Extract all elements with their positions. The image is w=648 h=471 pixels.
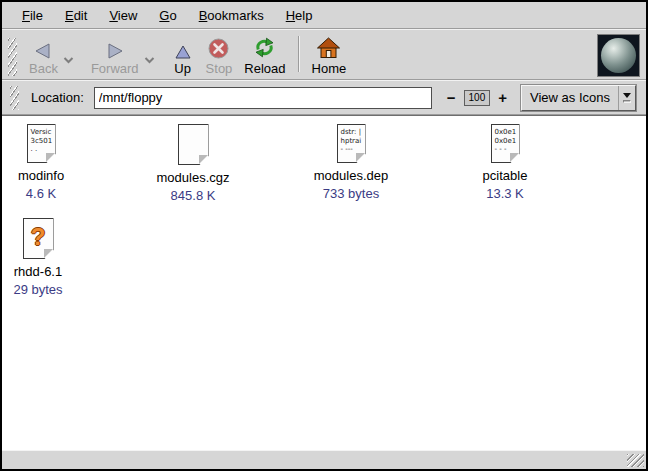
file-size: 845.8 K — [171, 188, 216, 203]
zoom-in-button[interactable]: + — [496, 90, 509, 105]
menu-bookmarks[interactable]: Bookmarks — [188, 6, 275, 25]
status-bar — [2, 450, 646, 469]
stop-label: Stop — [206, 61, 233, 76]
file-manager-window: File Edit View Go Bookmarks Help Back Fo… — [0, 0, 648, 471]
toolbar-separator — [298, 36, 300, 72]
up-arrow-icon — [174, 34, 192, 60]
file-name: modules.dep — [314, 168, 388, 183]
file-item-modinfo[interactable]: Versic 3c501 . . modinfo 4.6 K — [2, 124, 80, 201]
icon-preview-line: 3c501 — [31, 137, 53, 146]
file-name: modules.cgz — [157, 170, 230, 185]
location-label: Location: — [31, 90, 84, 105]
zoom-level-indicator: 100 — [464, 90, 491, 106]
stop-icon — [207, 34, 230, 60]
forward-label: Forward — [91, 61, 139, 76]
icon-preview-line: 0x0e1 — [495, 137, 517, 146]
toolbar-drag-handle[interactable] — [8, 38, 17, 76]
file-name: rhdd-6.1 — [14, 264, 62, 279]
reload-button[interactable]: Reload — [242, 34, 287, 76]
file-item-modules-dep[interactable]: dstr: | hptrai - --- modules.dep 733 byt… — [308, 124, 394, 201]
back-arrow-icon — [33, 34, 53, 60]
page-fold-icon — [44, 249, 53, 258]
zoom-out-button[interactable]: − — [445, 90, 458, 105]
menu-view[interactable]: View — [98, 6, 148, 25]
back-button[interactable]: Back — [27, 34, 60, 76]
stop-button[interactable]: Stop — [204, 34, 235, 76]
forward-button[interactable]: Forward — [89, 34, 141, 76]
toolbar: Back Forward Up — [2, 29, 646, 80]
menu-go[interactable]: Go — [148, 6, 187, 25]
file-item-rhdd[interactable]: ? rhdd-6.1 29 bytes — [2, 218, 74, 297]
file-name: modinfo — [18, 168, 64, 183]
page-fold-icon — [510, 153, 519, 162]
icon-preview-line: hptrai — [341, 137, 363, 146]
page-fold-icon — [46, 153, 55, 162]
location-bar: Location: − 100 + View as Icons — [2, 80, 646, 115]
view-mode-label: View as Icons — [522, 86, 618, 110]
icon-preview-line: dstr: | — [341, 128, 363, 137]
unknown-file-icon: ? — [23, 218, 54, 259]
up-button[interactable]: Up — [172, 34, 194, 76]
forward-arrow-icon — [105, 34, 125, 60]
view-mode-dropdown[interactable]: View as Icons — [521, 85, 636, 111]
menu-file[interactable]: File — [11, 6, 54, 25]
resize-grip[interactable] — [627, 454, 644, 467]
file-icon-view: Versic 3c501 . . modinfo 4.6 K modules.c… — [2, 115, 646, 450]
back-label: Back — [29, 61, 58, 76]
file-item-modules-cgz[interactable]: modules.cgz 845.8 K — [154, 124, 232, 203]
icon-preview-line: 0x0e1 — [495, 128, 517, 137]
throbber — [597, 34, 640, 77]
text-file-icon: dstr: | hptrai - --- — [337, 124, 366, 163]
page-fold-icon — [356, 153, 365, 162]
location-input[interactable] — [94, 87, 432, 109]
icon-preview-line: Versic — [31, 128, 53, 137]
up-label: Up — [174, 61, 191, 76]
dropdown-indicator-icon — [618, 86, 635, 110]
file-size: 29 bytes — [13, 282, 62, 297]
throbber-sphere-icon — [601, 38, 636, 73]
file-size: 733 bytes — [323, 186, 379, 201]
file-size: 4.6 K — [26, 186, 56, 201]
location-bar-drag-handle[interactable] — [10, 86, 19, 110]
back-history-dropdown-icon[interactable] — [60, 51, 77, 69]
forward-history-dropdown-icon[interactable] — [141, 51, 158, 69]
home-button[interactable]: Home — [310, 34, 349, 76]
document-file-icon — [178, 124, 209, 165]
reload-icon — [252, 34, 277, 60]
page-fold-icon — [199, 155, 208, 164]
home-icon — [316, 34, 341, 60]
menu-help[interactable]: Help — [275, 6, 324, 25]
file-item-pcitable[interactable]: 0x0e1 0x0e1 - - - pcitable 13.3 K — [464, 124, 546, 201]
file-size: 13.3 K — [486, 186, 524, 201]
text-file-icon: 0x0e1 0x0e1 - - - — [491, 124, 520, 163]
menu-edit[interactable]: Edit — [54, 6, 98, 25]
file-name: pcitable — [483, 168, 528, 183]
reload-label: Reload — [244, 61, 285, 76]
menu-bar: File Edit View Go Bookmarks Help — [2, 2, 646, 29]
text-file-icon: Versic 3c501 . . — [27, 124, 56, 163]
home-label: Home — [312, 61, 347, 76]
